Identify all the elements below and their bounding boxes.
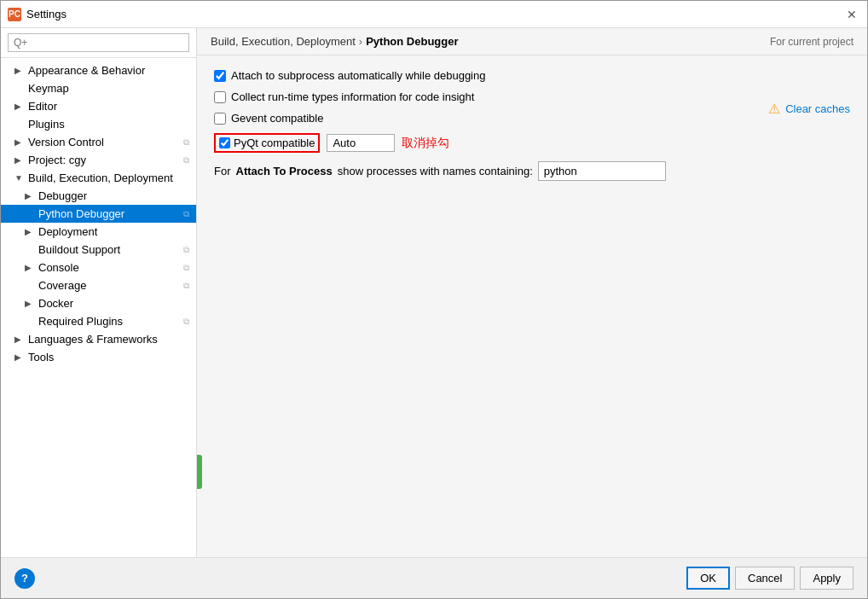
attach-process-row: For Attach To Process show processes wit…	[214, 161, 850, 181]
sidebar-item-label: Required Plugins	[38, 315, 123, 328]
search-input[interactable]	[8, 33, 189, 52]
copy-icon: ⧉	[183, 245, 189, 255]
checkbox-row-2: Collect run-time types information for c…	[214, 90, 850, 103]
sidebar-item-label: Plugins	[28, 118, 65, 131]
for-current-project: For current project	[770, 36, 854, 48]
sidebar-item-build-execution[interactable]: ▼ Build, Execution, Deployment	[1, 169, 196, 187]
pyqt-checkbox-wrapper: PyQt compatible	[214, 133, 320, 153]
sidebar-item-docker[interactable]: ▶ Docker	[1, 294, 196, 312]
sidebar-item-required-plugins[interactable]: Required Plugins ⧉	[1, 312, 196, 330]
sidebar-item-label: Deployment	[38, 225, 97, 238]
process-name-input[interactable]	[538, 161, 666, 181]
sidebar-item-label: Coverage	[38, 279, 86, 292]
sidebar-item-label: Docker	[38, 297, 73, 310]
pyqt-row: PyQt compatible Auto PyQt4 PyQt5 取消掉勾	[214, 133, 850, 153]
arrow-icon: ▶	[14, 155, 25, 165]
breadcrumb-separator: ›	[359, 35, 362, 48]
pyqt-dropdown[interactable]: Auto PyQt4 PyQt5	[327, 134, 395, 152]
attach-bold-label: Attach To Process	[236, 165, 333, 177]
breadcrumb-path1: Build, Execution, Deployment	[211, 35, 356, 48]
checkbox-label-3[interactable]: Gevent compatible	[214, 112, 323, 125]
copy-icon: ⧉	[183, 263, 189, 273]
titlebar-left: PC Settings	[8, 8, 67, 21]
sidebar-item-label: Console	[38, 261, 79, 274]
app-icon: PC	[8, 8, 21, 21]
sidebar-item-label: Buildout Support	[38, 243, 120, 256]
cancel-button[interactable]: Cancel	[735, 567, 795, 590]
sidebar-item-buildout[interactable]: Buildout Support ⧉	[1, 241, 196, 259]
sidebar-item-plugins[interactable]: Plugins	[1, 115, 196, 133]
sidebar-item-languages[interactable]: ▶ Languages & Frameworks	[1, 330, 196, 348]
checkbox-runtime[interactable]	[214, 91, 226, 103]
help-button[interactable]: ?	[14, 568, 35, 589]
arrow-icon: ▶	[25, 191, 35, 201]
copy-icon: ⧉	[183, 137, 189, 148]
sidebar-item-deployment[interactable]: ▶ Deployment	[1, 223, 196, 241]
checkbox-row-3: Gevent compatible	[214, 112, 850, 125]
checkbox-pyqt[interactable]	[219, 137, 230, 148]
arrow-icon: ▶	[25, 263, 35, 272]
help-area: ?	[14, 568, 35, 589]
copy-icon: ⧉	[183, 281, 189, 291]
checkbox-text-2: Collect run-time types information for c…	[231, 90, 474, 103]
bottom-bar: ? OK Cancel Apply	[1, 557, 867, 598]
sidebar-item-label: Tools	[28, 351, 54, 363]
arrow-icon: ▶	[25, 299, 35, 308]
copy-icon: ⧉	[183, 209, 189, 219]
arrow-icon: ▶	[14, 102, 25, 111]
settings-content: ⚠ Clear caches Attach to subprocess auto…	[197, 55, 867, 557]
checkbox-subprocess[interactable]	[214, 70, 226, 82]
sidebar-item-version-control[interactable]: ▶ Version Control ⧉	[1, 133, 196, 151]
sidebar-item-coverage[interactable]: Coverage ⧉	[1, 276, 196, 294]
breadcrumb: Build, Execution, Deployment › Python De…	[211, 35, 459, 48]
checkbox-text-1: Attach to subprocess automatically while…	[231, 69, 485, 82]
sidebar-item-editor[interactable]: ▶ Editor	[1, 97, 196, 115]
arrow-icon: ▼	[14, 173, 25, 183]
sidebar-item-python-debugger[interactable]: Python Debugger ⧉	[1, 205, 196, 223]
checkbox-label-1[interactable]: Attach to subprocess automatically while…	[214, 69, 485, 82]
checkbox-gevent[interactable]	[214, 113, 226, 125]
checkbox-label-2[interactable]: Collect run-time types information for c…	[214, 90, 474, 103]
sidebar: ▶ Appearance & Behavior Keymap ▶ Editor …	[1, 28, 197, 557]
sidebar-item-label: Version Control	[28, 136, 104, 148]
sidebar-item-appearance[interactable]: ▶ Appearance & Behavior	[1, 61, 196, 79]
ok-button[interactable]: OK	[686, 567, 730, 590]
bottom-row: ? OK Cancel Apply	[14, 567, 854, 590]
sidebar-item-keymap[interactable]: Keymap	[1, 79, 196, 97]
sidebar-item-label: Keymap	[28, 82, 69, 95]
sidebar-item-label: Appearance & Behavior	[28, 64, 145, 77]
apply-button[interactable]: Apply	[800, 567, 854, 590]
action-buttons: OK Cancel Apply	[686, 567, 854, 590]
arrow-icon: ▶	[14, 137, 25, 147]
breadcrumb-current: Python Debugger	[366, 35, 458, 48]
titlebar: PC Settings ✕	[1, 1, 867, 28]
clear-caches-button[interactable]: Clear caches	[785, 102, 850, 115]
sidebar-item-tools[interactable]: ▶ Tools	[1, 348, 196, 366]
clear-caches-area: ⚠ Clear caches	[768, 101, 850, 117]
sidebar-item-project-cgy[interactable]: ▶ Project: cgy ⧉	[1, 151, 196, 169]
attach-suffix: show processes with names containing:	[338, 165, 533, 177]
pyqt-label: PyQt compatible	[234, 137, 315, 149]
checkbox-text-3: Gevent compatible	[231, 112, 323, 125]
sidebar-item-label: Languages & Frameworks	[28, 333, 158, 346]
search-box	[1, 28, 196, 58]
sidebar-item-label: Build, Execution, Deployment	[28, 172, 173, 184]
copy-icon: ⧉	[183, 155, 189, 166]
arrow-icon: ▶	[25, 227, 35, 236]
arrow-icon: ▶	[14, 66, 25, 75]
arrow-icon: ▶	[14, 352, 25, 362]
main-panel: Build, Execution, Deployment › Python De…	[197, 28, 867, 557]
green-accent	[197, 455, 202, 489]
breadcrumb-bar: Build, Execution, Deployment › Python De…	[197, 28, 867, 55]
cancel-annotation: 取消掉勾	[402, 136, 449, 151]
checkbox-row-1: Attach to subprocess automatically while…	[214, 69, 850, 82]
copy-icon: ⧉	[183, 317, 189, 327]
window-title: Settings	[26, 8, 67, 20]
sidebar-item-label: Project: cgy	[28, 154, 86, 166]
sidebar-item-label: Debugger	[38, 189, 87, 202]
sidebar-item-debugger[interactable]: ▶ Debugger	[1, 187, 196, 205]
close-button[interactable]: ✕	[843, 6, 860, 23]
settings-window: PC Settings ✕ ▶ Appearance & Behavior Ke…	[0, 0, 868, 599]
arrow-icon: ▶	[14, 334, 25, 344]
sidebar-item-console[interactable]: ▶ Console ⧉	[1, 259, 196, 276]
